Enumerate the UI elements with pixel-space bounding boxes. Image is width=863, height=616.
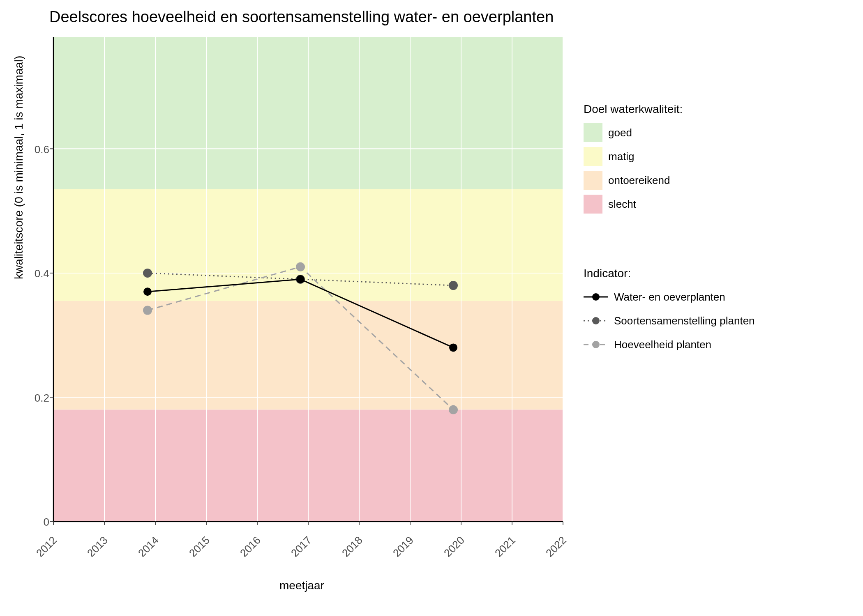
svg-point-38 [449, 343, 457, 352]
svg-point-36 [143, 287, 152, 296]
x-tick-1: 2013 [85, 534, 111, 560]
svg-point-33 [143, 306, 152, 315]
y-tick-3: 0.6 [25, 143, 49, 156]
chart-title: Deelscores hoeveelheid en soortensamenst… [49, 8, 554, 26]
x-tick-0: 2012 [34, 534, 60, 560]
legend-indicator-item-water: Water- en oeverplanten [584, 287, 755, 306]
legend-sample-solid [584, 291, 608, 303]
legend-indicator-label: Soortensamenstelling planten [614, 315, 755, 327]
legend-doel-title: Doel waterkwaliteit: [584, 103, 683, 116]
x-tick-8: 2020 [441, 534, 467, 560]
svg-point-44 [592, 341, 600, 348]
x-tick-10: 2022 [543, 534, 569, 560]
y-tick-1: 0.2 [25, 392, 49, 405]
plot-area [53, 37, 563, 522]
x-tick-6: 2018 [339, 534, 365, 560]
svg-point-30 [143, 269, 152, 278]
y-axis-label: kwaliteitscore (0 is minimaal, 1 is maxi… [12, 55, 25, 279]
legend-indicator-label: Water- en oeverplanten [614, 291, 725, 303]
swatch-ontoereikend [584, 171, 602, 190]
x-axis-label: meetjaar [279, 579, 324, 592]
legend-indicator: Indicator: Water- en oeverplanten Soorte… [584, 267, 755, 359]
y-tick-0: 0 [25, 516, 49, 529]
legend-indicator-item-hoeveelheid: Hoeveelheid planten [584, 335, 755, 354]
x-tick-3: 2015 [187, 534, 212, 560]
legend-doel: Doel waterkwaliteit: goed matig ontoerei… [584, 103, 683, 218]
svg-point-32 [449, 281, 458, 290]
x-tick-4: 2016 [238, 534, 263, 560]
swatch-matig [584, 147, 602, 166]
svg-point-40 [592, 293, 600, 301]
legend-sample-dashed [584, 338, 608, 351]
svg-point-37 [296, 275, 305, 283]
x-tick-2: 2014 [136, 534, 162, 560]
legend-doel-label: goed [608, 126, 632, 139]
legend-indicator-title: Indicator: [584, 267, 755, 280]
chart-container: Deelscores hoeveelheid en soortensamenst… [0, 0, 863, 616]
svg-point-34 [296, 262, 305, 271]
legend-indicator-item-soorten: Soortensamenstelling planten [584, 311, 755, 330]
legend-doel-item-matig: matig [584, 147, 683, 166]
legend-doel-item-slecht: slecht [584, 195, 683, 214]
swatch-slecht [584, 195, 602, 214]
x-tick-5: 2017 [288, 534, 314, 560]
x-tick-9: 2021 [492, 534, 518, 560]
svg-point-35 [449, 405, 458, 414]
legend-doel-item-goed: goed [584, 123, 683, 142]
swatch-goed [584, 123, 602, 142]
legend-doel-label: ontoereikend [608, 174, 670, 187]
y-tick-2: 0.4 [25, 267, 49, 280]
svg-point-42 [592, 317, 600, 324]
x-tick-7: 2019 [390, 534, 416, 560]
legend-indicator-label: Hoeveelheid planten [614, 338, 711, 351]
legend-doel-label: slecht [608, 198, 636, 211]
legend-doel-item-ontoereikend: ontoereikend [584, 171, 683, 190]
legend-doel-label: matig [608, 150, 635, 163]
legend-sample-dotted [584, 315, 608, 327]
